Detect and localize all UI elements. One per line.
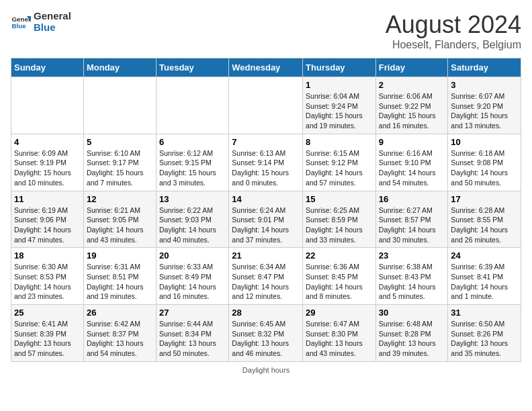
- week-row-2: 11Sunrise: 6:19 AM Sunset: 9:06 PM Dayli…: [11, 191, 521, 248]
- day-cell: 21Sunrise: 6:34 AM Sunset: 8:47 PM Dayli…: [229, 248, 303, 305]
- day-cell: [11, 77, 84, 134]
- day-cell: 9Sunrise: 6:16 AM Sunset: 9:10 PM Daylig…: [375, 134, 448, 191]
- day-cell: 30Sunrise: 6:48 AM Sunset: 8:28 PM Dayli…: [375, 305, 448, 362]
- day-cell: [83, 77, 156, 134]
- day-cell: [157, 77, 229, 134]
- logo-blue: Blue: [34, 22, 71, 34]
- day-number: 27: [159, 308, 226, 318]
- day-cell: 3Sunrise: 6:07 AM Sunset: 9:20 PM Daylig…: [448, 77, 521, 134]
- day-number: 22: [306, 250, 373, 261]
- day-detail: Sunrise: 6:09 AM Sunset: 9:19 PM Dayligh…: [14, 148, 81, 188]
- day-cell: 6Sunrise: 6:12 AM Sunset: 9:15 PM Daylig…: [157, 134, 229, 191]
- day-number: 21: [232, 250, 300, 261]
- week-row-1: 4Sunrise: 6:09 AM Sunset: 9:19 PM Daylig…: [11, 134, 521, 191]
- day-detail: Sunrise: 6:07 AM Sunset: 9:20 PM Dayligh…: [451, 91, 518, 131]
- day-cell: 10Sunrise: 6:18 AM Sunset: 9:08 PM Dayli…: [448, 134, 521, 191]
- day-cell: 22Sunrise: 6:36 AM Sunset: 8:45 PM Dayli…: [303, 248, 376, 305]
- day-detail: Sunrise: 6:48 AM Sunset: 8:28 PM Dayligh…: [379, 319, 445, 359]
- col-header-friday: Friday: [375, 58, 448, 77]
- day-detail: Sunrise: 6:22 AM Sunset: 9:03 PM Dayligh…: [159, 205, 226, 245]
- day-cell: 18Sunrise: 6:30 AM Sunset: 8:53 PM Dayli…: [11, 248, 84, 305]
- day-number: 20: [159, 250, 226, 261]
- header: General Blue General Blue August 2024 Ho…: [11, 11, 521, 51]
- header-row: SundayMondayTuesdayWednesdayThursdayFrid…: [11, 58, 521, 77]
- day-number: 5: [87, 137, 153, 147]
- day-cell: 23Sunrise: 6:38 AM Sunset: 8:43 PM Dayli…: [375, 248, 448, 305]
- day-detail: Sunrise: 6:16 AM Sunset: 9:10 PM Dayligh…: [379, 148, 445, 188]
- day-cell: 16Sunrise: 6:27 AM Sunset: 8:57 PM Dayli…: [375, 191, 448, 248]
- day-number: 18: [14, 250, 81, 261]
- day-number: 2: [379, 80, 445, 90]
- day-detail: Sunrise: 6:44 AM Sunset: 8:34 PM Dayligh…: [159, 319, 226, 359]
- day-cell: 13Sunrise: 6:22 AM Sunset: 9:03 PM Dayli…: [157, 191, 229, 248]
- day-detail: Sunrise: 6:30 AM Sunset: 8:53 PM Dayligh…: [14, 262, 81, 302]
- day-number: 6: [159, 137, 226, 147]
- day-number: 14: [232, 194, 300, 204]
- day-number: 4: [14, 137, 81, 147]
- col-header-tuesday: Tuesday: [157, 58, 229, 77]
- day-number: 29: [306, 308, 373, 318]
- day-cell: 4Sunrise: 6:09 AM Sunset: 9:19 PM Daylig…: [11, 134, 84, 191]
- col-header-monday: Monday: [83, 58, 156, 77]
- day-cell: 14Sunrise: 6:24 AM Sunset: 9:01 PM Dayli…: [229, 191, 303, 248]
- title-area: August 2024 Hoeselt, Flanders, Belgium: [386, 11, 521, 51]
- col-header-saturday: Saturday: [448, 58, 521, 77]
- logo: General Blue General Blue: [11, 11, 71, 33]
- day-detail: Sunrise: 6:18 AM Sunset: 9:08 PM Dayligh…: [451, 148, 518, 188]
- day-detail: Sunrise: 6:19 AM Sunset: 9:06 PM Dayligh…: [14, 205, 81, 245]
- day-detail: Sunrise: 6:36 AM Sunset: 8:45 PM Dayligh…: [306, 262, 373, 302]
- day-detail: Sunrise: 6:13 AM Sunset: 9:14 PM Dayligh…: [232, 148, 300, 188]
- day-cell: 20Sunrise: 6:33 AM Sunset: 8:49 PM Dayli…: [157, 248, 229, 305]
- day-number: 23: [379, 250, 445, 261]
- day-detail: Sunrise: 6:34 AM Sunset: 8:47 PM Dayligh…: [232, 262, 300, 302]
- logo-general: General: [34, 11, 71, 22]
- day-cell: 1Sunrise: 6:04 AM Sunset: 9:24 PM Daylig…: [303, 77, 376, 134]
- day-cell: 29Sunrise: 6:47 AM Sunset: 8:30 PM Dayli…: [303, 305, 376, 362]
- col-header-thursday: Thursday: [303, 58, 376, 77]
- day-cell: 15Sunrise: 6:25 AM Sunset: 8:59 PM Dayli…: [303, 191, 376, 248]
- day-cell: 31Sunrise: 6:50 AM Sunset: 8:26 PM Dayli…: [448, 305, 521, 362]
- week-row-3: 18Sunrise: 6:30 AM Sunset: 8:53 PM Dayli…: [11, 248, 521, 305]
- col-header-sunday: Sunday: [11, 58, 84, 77]
- day-cell: 24Sunrise: 6:39 AM Sunset: 8:41 PM Dayli…: [448, 248, 521, 305]
- day-number: 28: [232, 308, 300, 318]
- day-number: 19: [87, 250, 153, 261]
- week-row-4: 25Sunrise: 6:41 AM Sunset: 8:39 PM Dayli…: [11, 305, 521, 362]
- day-cell: 2Sunrise: 6:06 AM Sunset: 9:22 PM Daylig…: [375, 77, 448, 134]
- day-cell: 25Sunrise: 6:41 AM Sunset: 8:39 PM Dayli…: [11, 305, 84, 362]
- day-detail: Sunrise: 6:21 AM Sunset: 9:05 PM Dayligh…: [87, 205, 153, 245]
- day-number: 30: [379, 308, 445, 318]
- day-detail: Sunrise: 6:10 AM Sunset: 9:17 PM Dayligh…: [87, 148, 153, 188]
- day-cell: 12Sunrise: 6:21 AM Sunset: 9:05 PM Dayli…: [83, 191, 156, 248]
- week-row-0: 1Sunrise: 6:04 AM Sunset: 9:24 PM Daylig…: [11, 77, 521, 134]
- day-cell: 11Sunrise: 6:19 AM Sunset: 9:06 PM Dayli…: [11, 191, 84, 248]
- day-detail: Sunrise: 6:25 AM Sunset: 8:59 PM Dayligh…: [306, 205, 373, 245]
- day-number: 8: [306, 137, 373, 147]
- logo-icon: General Blue: [11, 12, 31, 32]
- month-title: August 2024: [386, 11, 521, 39]
- day-detail: Sunrise: 6:45 AM Sunset: 8:32 PM Dayligh…: [232, 319, 300, 359]
- day-cell: 28Sunrise: 6:45 AM Sunset: 8:32 PM Dayli…: [229, 305, 303, 362]
- svg-text:Blue: Blue: [12, 22, 27, 30]
- day-cell: 19Sunrise: 6:31 AM Sunset: 8:51 PM Dayli…: [83, 248, 156, 305]
- day-number: 25: [14, 308, 81, 318]
- day-number: 10: [451, 137, 518, 147]
- day-detail: Sunrise: 6:24 AM Sunset: 9:01 PM Dayligh…: [232, 205, 300, 245]
- day-detail: Sunrise: 6:12 AM Sunset: 9:15 PM Dayligh…: [159, 148, 226, 188]
- day-detail: Sunrise: 6:47 AM Sunset: 8:30 PM Dayligh…: [306, 319, 373, 359]
- day-number: 3: [451, 80, 518, 90]
- day-cell: 5Sunrise: 6:10 AM Sunset: 9:17 PM Daylig…: [83, 134, 156, 191]
- day-cell: 26Sunrise: 6:42 AM Sunset: 8:37 PM Dayli…: [83, 305, 156, 362]
- day-number: 16: [379, 194, 445, 204]
- calendar-table: SundayMondayTuesdayWednesdayThursdayFrid…: [11, 58, 521, 362]
- day-number: 31: [451, 308, 518, 318]
- day-number: 11: [14, 194, 81, 204]
- day-number: 17: [451, 194, 518, 204]
- day-number: 24: [451, 250, 518, 261]
- day-cell: 27Sunrise: 6:44 AM Sunset: 8:34 PM Dayli…: [157, 305, 229, 362]
- day-number: 7: [232, 137, 300, 147]
- day-detail: Sunrise: 6:28 AM Sunset: 8:55 PM Dayligh…: [451, 205, 518, 245]
- day-detail: Sunrise: 6:39 AM Sunset: 8:41 PM Dayligh…: [451, 262, 518, 302]
- day-number: 15: [306, 194, 373, 204]
- footer-label: Daylight hours: [11, 366, 521, 374]
